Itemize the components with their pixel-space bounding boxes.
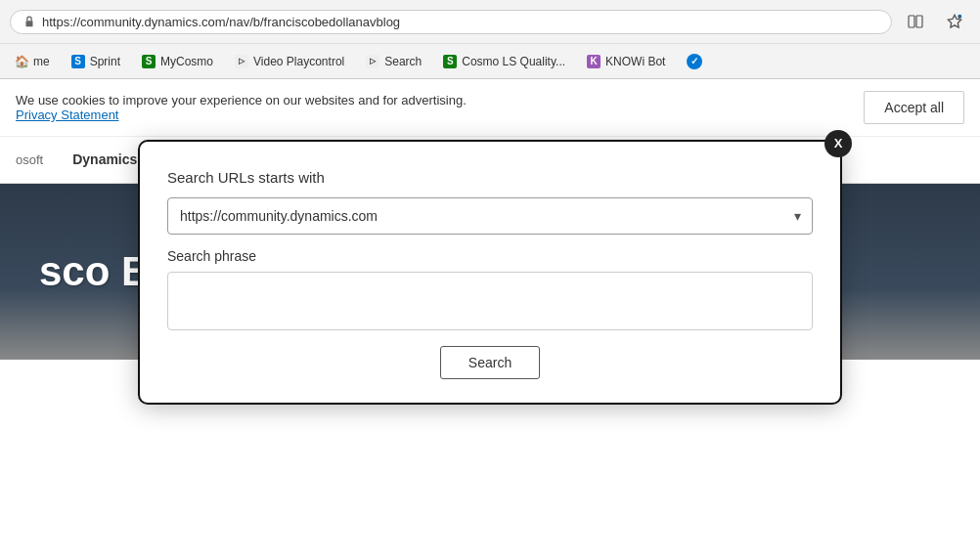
modal-close-button[interactable]: X xyxy=(824,130,852,157)
url-select[interactable]: https://community.dynamics.com https://c… xyxy=(167,197,813,235)
modal-search-button[interactable]: Search xyxy=(440,346,540,379)
cookie-text: We use cookies to improve your experienc… xyxy=(16,93,467,122)
sprint-favicon: S xyxy=(71,55,85,68)
search-favicon: ▷ xyxy=(366,55,379,68)
search-phrase-label: Search phrase xyxy=(167,248,813,264)
tab-sprint-label: Sprint xyxy=(90,55,120,68)
knowi-favicon: K xyxy=(587,55,601,68)
star-icon: + xyxy=(947,14,962,29)
modal-title: Search URLs starts with xyxy=(167,169,813,186)
search-modal: X Search URLs starts with https://commun… xyxy=(138,140,842,405)
tab-search[interactable]: ▷ Search xyxy=(355,46,432,77)
tab-video-label: Video Playcontrol xyxy=(253,55,344,68)
tab-video[interactable]: ▷ Video Playcontrol xyxy=(224,46,355,77)
lock-icon xyxy=(22,15,36,28)
privacy-statement-link[interactable]: Privacy Statement xyxy=(16,108,119,122)
tab-mycosmo[interactable]: S MyCosmo xyxy=(131,46,224,77)
tab-active[interactable]: ✓ xyxy=(676,46,713,77)
nav-brand: osoft xyxy=(16,152,43,167)
tab-home[interactable]: 🏠 me xyxy=(4,46,61,77)
tab-mycosmo-label: MyCosmo xyxy=(160,55,213,68)
tab-sprint[interactable]: S Sprint xyxy=(61,46,131,77)
browser-chrome: https://community.dynamics.com/nav/b/fra… xyxy=(0,0,980,44)
mycosmo-favicon: S xyxy=(142,55,156,68)
svg-rect-1 xyxy=(909,16,914,27)
tabs-row: 🏠 me S Sprint S MyCosmo ▷ Video Playcont… xyxy=(0,44,980,79)
reading-view-icon xyxy=(908,14,923,29)
cookie-banner: We use cookies to improve your experienc… xyxy=(0,79,980,137)
tab-search-label: Search xyxy=(384,55,422,68)
home-favicon: 🏠 xyxy=(15,55,28,68)
search-phrase-input[interactable] xyxy=(167,272,813,330)
favorites-btn[interactable]: + xyxy=(939,6,970,37)
active-tab-indicator: ✓ xyxy=(687,54,702,69)
tab-cosmo[interactable]: S Cosmo LS Quality... xyxy=(432,46,576,77)
video-favicon: ▷ xyxy=(235,55,248,68)
tab-cosmo-label: Cosmo LS Quality... xyxy=(462,55,565,68)
address-bar-row: https://community.dynamics.com/nav/b/fra… xyxy=(0,0,980,43)
modal-overlay: X Search URLs starts with https://commun… xyxy=(0,184,980,360)
cookie-message: We use cookies to improve your experienc… xyxy=(16,93,467,108)
reading-view-btn[interactable] xyxy=(900,6,931,37)
svg-rect-2 xyxy=(916,16,922,27)
tab-home-label: me xyxy=(33,55,50,68)
address-text: https://community.dynamics.com/nav/b/fra… xyxy=(42,15,400,29)
accept-all-button[interactable]: Accept all xyxy=(864,91,964,124)
tab-knowi-label: KNOWi Bot xyxy=(605,55,665,68)
tab-knowi[interactable]: K KNOWi Bot xyxy=(576,46,676,77)
svg-rect-0 xyxy=(26,21,33,26)
address-bar[interactable]: https://community.dynamics.com/nav/b/fra… xyxy=(10,10,892,34)
hero-section: sco Bedoll X Search URLs starts with htt… xyxy=(0,184,980,360)
cosmo-favicon: S xyxy=(443,55,457,68)
url-select-wrapper: https://community.dynamics.com https://c… xyxy=(167,197,813,235)
